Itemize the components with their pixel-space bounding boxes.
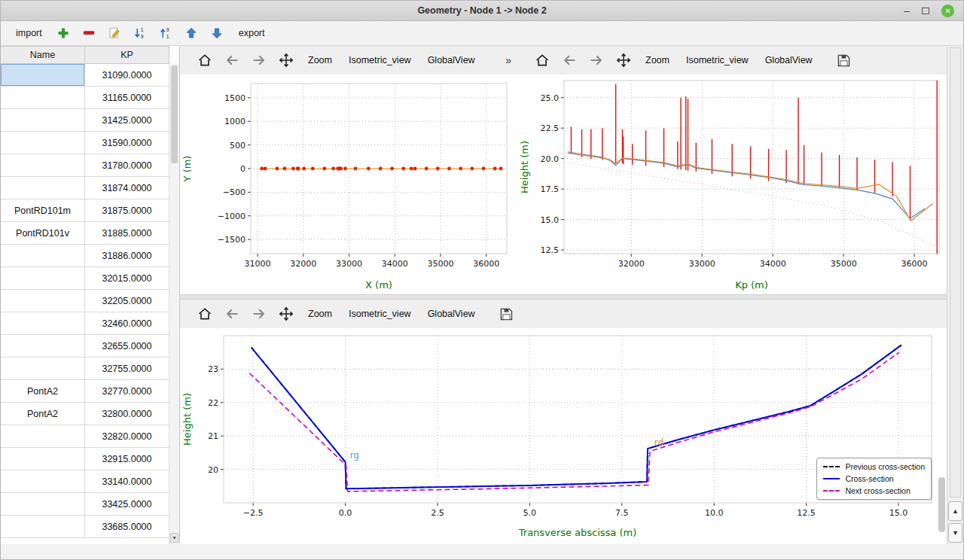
kp-cell[interactable]: 31090.0000 [85, 64, 169, 87]
table-row[interactable]: PontRD101v 31885.0000 [1, 222, 179, 245]
zoom-button[interactable]: Zoom [300, 304, 340, 324]
kp-cell[interactable]: 31886.0000 [85, 245, 169, 267]
name-cell[interactable]: PontRD101m [1, 199, 85, 222]
profile-chart[interactable]: 320003300034000350003600012.515.017.520.… [517, 75, 947, 294]
home-button[interactable] [192, 303, 218, 325]
kp-cell[interactable]: 31425.0000 [85, 109, 169, 132]
name-cell[interactable] [1, 132, 85, 154]
forward-button[interactable] [584, 49, 609, 72]
column-header-name[interactable]: Name [1, 46, 85, 64]
kp-cell[interactable]: 31885.0000 [85, 222, 169, 245]
kp-cell[interactable]: 32205.0000 [85, 290, 169, 312]
zoom-button[interactable]: Zoom [638, 50, 677, 70]
forward-button[interactable] [246, 303, 272, 325]
name-cell[interactable] [1, 516, 85, 538]
scroll-down-button[interactable]: ▼ [948, 523, 962, 543]
kp-cell[interactable]: 32915.0000 [85, 448, 169, 470]
panel-scrollbar-thumb[interactable] [938, 477, 945, 532]
name-cell[interactable] [1, 448, 85, 470]
home-button[interactable] [529, 49, 555, 72]
save-button[interactable] [493, 303, 519, 325]
name-cell[interactable]: PontRD101v [1, 222, 85, 245]
kp-cell[interactable]: 33140.0000 [85, 470, 169, 493]
kp-cell[interactable]: 32755.0000 [85, 358, 169, 380]
import-button[interactable]: import [10, 26, 48, 41]
table-row[interactable]: 31165.0000 [1, 87, 179, 109]
name-cell[interactable] [1, 470, 85, 493]
pan-button[interactable] [273, 49, 299, 72]
kp-cell[interactable]: 32800.0000 [85, 403, 169, 425]
edit-button[interactable] [105, 23, 125, 43]
forward-button[interactable] [246, 49, 272, 72]
kp-cell[interactable]: 32820.0000 [85, 425, 169, 448]
kp-cell[interactable]: 32655.0000 [85, 335, 169, 358]
global-view-button[interactable]: GlobalView [420, 304, 483, 324]
name-cell[interactable] [1, 290, 85, 312]
back-button[interactable] [219, 303, 245, 325]
cross-section-chart[interactable]: −2.50.02.55.07.510.012.515.020212223rgrd… [180, 328, 944, 542]
name-cell[interactable] [1, 154, 85, 177]
pan-button[interactable] [611, 49, 636, 72]
pan-button[interactable] [273, 303, 299, 325]
name-cell[interactable] [1, 64, 85, 87]
name-cell[interactable] [1, 109, 85, 132]
home-button[interactable] [192, 49, 218, 72]
toolbar-overflow-button[interactable]: » [505, 54, 511, 66]
table-row[interactable]: 33425.0000 [1, 493, 179, 516]
sort-descending-button[interactable]: 19 [130, 23, 151, 43]
name-cell[interactable] [1, 358, 85, 380]
kp-cell[interactable]: 32770.0000 [85, 380, 169, 403]
name-cell[interactable] [1, 177, 85, 199]
table-row[interactable]: 32205.0000 [1, 290, 179, 312]
kp-cell[interactable]: 31875.0000 [85, 199, 169, 222]
close-button[interactable]: ✕ [941, 5, 954, 17]
global-view-button[interactable]: GlobalView [420, 50, 483, 70]
name-cell[interactable] [1, 493, 85, 516]
remove-button[interactable] [79, 23, 99, 43]
kp-cell[interactable]: 33685.0000 [85, 516, 169, 538]
save-button[interactable] [831, 49, 856, 72]
kp-cell[interactable]: 31780.0000 [85, 154, 169, 177]
kp-cell[interactable]: 33425.0000 [85, 493, 169, 516]
table-row[interactable]: 32915.0000 [1, 448, 179, 470]
kp-cell[interactable]: 31874.0000 [85, 177, 169, 199]
move-down-button[interactable] [207, 23, 227, 43]
table-row[interactable]: 32460.0000 [1, 312, 179, 335]
table-row[interactable]: 31874.0000 [1, 177, 179, 199]
table-row[interactable]: 33140.0000 [1, 470, 179, 493]
kp-cell[interactable]: 31165.0000 [85, 87, 169, 109]
name-cell[interactable] [1, 335, 85, 358]
table-row[interactable]: PontRD101m 31875.0000 [1, 199, 179, 222]
name-cell[interactable] [1, 312, 85, 335]
isometric-view-button[interactable]: Isometric_view [341, 304, 419, 324]
column-header-kp[interactable]: KP [85, 46, 169, 64]
horizontal-splitter[interactable] [180, 294, 947, 300]
table-row[interactable]: 31590.0000 [1, 132, 179, 154]
isometric-view-button[interactable]: Isometric_view [679, 50, 756, 70]
table-row[interactable]: 32820.0000 [1, 425, 179, 448]
table-row[interactable]: PontA2 32800.0000 [1, 403, 179, 425]
table-scrollbar[interactable]: ▾ [169, 64, 179, 544]
table-row[interactable]: 31780.0000 [1, 154, 179, 177]
table-scrollbar-thumb[interactable] [171, 65, 178, 163]
name-cell[interactable] [1, 267, 85, 290]
table-scroll-down-button[interactable]: ▾ [170, 533, 178, 543]
back-button[interactable] [557, 49, 582, 72]
table-row[interactable]: 32015.0000 [1, 267, 179, 290]
kp-cell[interactable]: 32015.0000 [85, 267, 169, 290]
table-row[interactable]: 32755.0000 [1, 358, 179, 380]
table-row[interactable]: 32655.0000 [1, 335, 179, 358]
kp-cell[interactable]: 32460.0000 [85, 312, 169, 335]
export-button[interactable]: export [233, 26, 271, 41]
back-button[interactable] [219, 49, 245, 72]
name-cell[interactable] [1, 245, 85, 267]
zoom-button[interactable]: Zoom [300, 50, 340, 70]
global-view-button[interactable]: GlobalView [758, 50, 820, 70]
move-up-button[interactable] [182, 23, 202, 43]
name-cell[interactable]: PontA2 [1, 403, 85, 425]
table-row[interactable]: 31425.0000 [1, 109, 179, 132]
isometric-view-button[interactable]: Isometric_view [341, 50, 419, 70]
restore-button[interactable] [922, 8, 929, 14]
name-cell[interactable]: PontA2 [1, 380, 85, 403]
scroll-up-button[interactable]: ▲ [948, 501, 962, 521]
